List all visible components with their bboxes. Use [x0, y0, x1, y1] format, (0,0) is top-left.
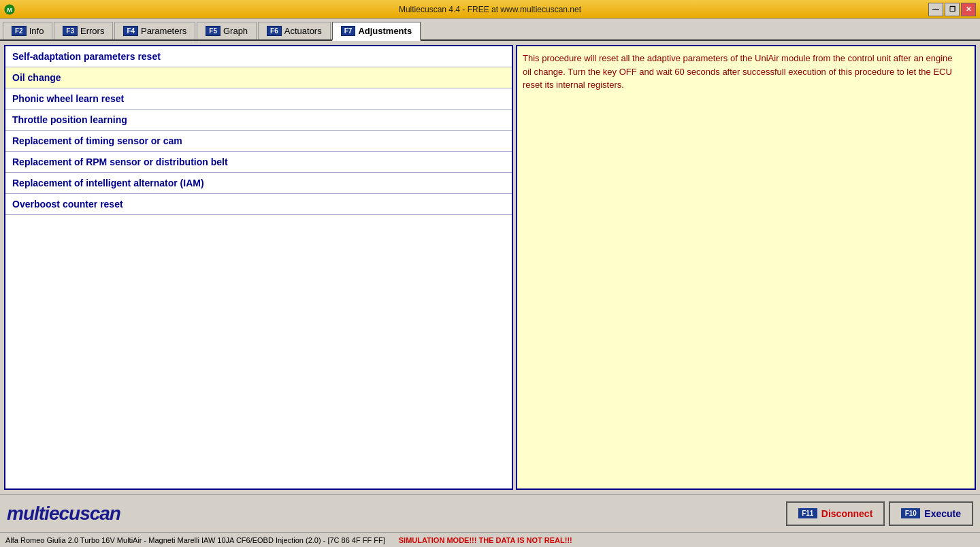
list-item-5[interactable]: Replacement of RPM sensor or distributio…: [5, 152, 512, 173]
vehicle-info: Alfa Romeo Giulia 2.0 Turbo 16V MultiAir…: [5, 536, 385, 544]
list-item-2[interactable]: Phonic wheel learn reset: [5, 88, 512, 110]
list-item-4[interactable]: Replacement of timing sensor or cam: [5, 131, 512, 152]
disconnect-label: Disconnect: [821, 508, 872, 519]
disconnect-key: F11: [798, 508, 817, 518]
logo-text: multiecuscan: [7, 503, 120, 524]
tab-info[interactable]: F2Info: [3, 22, 52, 39]
description-text: This procedure will reset all the adapti…: [523, 52, 969, 92]
title-bar-left: M: [4, 4, 15, 15]
adjustments-list: Self-adaptation parameters resetOil chan…: [4, 45, 513, 490]
tab-key-f2: F2: [12, 26, 27, 36]
tab-label-info: Info: [29, 26, 44, 36]
simulation-warning: SIMULATION MODE!!! THE DATA IS NOT REAL!…: [399, 536, 572, 544]
title-bar: M Multiecuscan 4.4 - FREE at www.multiec…: [0, 0, 980, 19]
description-panel: This procedure will reset all the adapti…: [516, 45, 976, 490]
close-button[interactable]: ✕: [961, 3, 976, 16]
list-item-6[interactable]: Replacement of intelligent alternator (I…: [5, 173, 512, 194]
list-item-3[interactable]: Throttle position learning: [5, 110, 512, 131]
status-bar: Alfa Romeo Giulia 2.0 Turbo 16V MultiAir…: [0, 532, 980, 547]
list-item-1[interactable]: Oil change: [5, 67, 512, 88]
tab-key-f4: F4: [123, 26, 138, 36]
bottom-bar: multiecuscan F11 Disconnect F10 Execute: [0, 494, 980, 532]
minimize-button[interactable]: —: [928, 3, 943, 16]
tab-label-graph: Graph: [223, 26, 248, 36]
disconnect-button[interactable]: F11 Disconnect: [786, 501, 885, 526]
tab-key-f6: F6: [267, 26, 282, 36]
svg-text:M: M: [7, 7, 12, 14]
list-item-7[interactable]: Overboost counter reset: [5, 194, 512, 215]
tab-parameters[interactable]: F4Parameters: [114, 22, 195, 39]
execute-key: F10: [901, 508, 920, 518]
title-bar-buttons: — ❐ ✕: [928, 3, 976, 16]
app-icon: M: [4, 4, 15, 15]
tab-bar: F2InfoF3ErrorsF4ParametersF5GraphF6Actua…: [0, 19, 980, 41]
tab-key-f3: F3: [63, 26, 78, 36]
bottom-buttons: F11 Disconnect F10 Execute: [786, 501, 973, 526]
tab-errors[interactable]: F3Errors: [54, 22, 113, 39]
tab-actuators[interactable]: F6Actuators: [258, 22, 331, 39]
logo: multiecuscan: [7, 503, 120, 525]
main-content: Self-adaptation parameters resetOil chan…: [0, 41, 980, 494]
tab-key-f7: F7: [341, 26, 356, 36]
execute-button[interactable]: F10 Execute: [889, 501, 973, 526]
tab-graph[interactable]: F5Graph: [197, 22, 257, 39]
tab-label-adjustments: Adjustments: [358, 26, 412, 36]
maximize-button[interactable]: ❐: [945, 3, 960, 16]
list-item-0[interactable]: Self-adaptation parameters reset: [5, 46, 512, 67]
tab-adjustments[interactable]: F7Adjustments: [332, 22, 421, 41]
tab-label-actuators: Actuators: [284, 26, 322, 36]
execute-label: Execute: [924, 508, 961, 519]
content-area: Self-adaptation parameters resetOil chan…: [4, 45, 976, 490]
tab-label-errors: Errors: [80, 26, 104, 36]
tab-key-f5: F5: [206, 26, 220, 36]
tab-label-parameters: Parameters: [141, 26, 186, 36]
window-title: Multiecuscan 4.4 - FREE at www.multiecus…: [399, 5, 581, 14]
